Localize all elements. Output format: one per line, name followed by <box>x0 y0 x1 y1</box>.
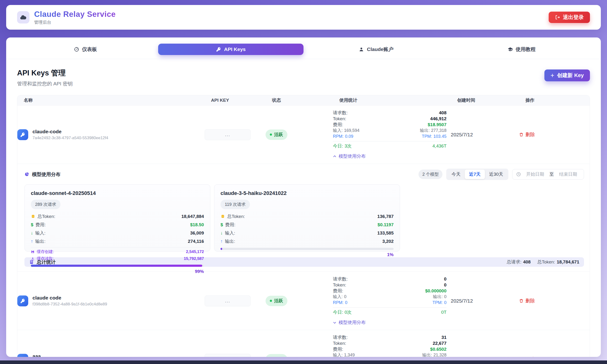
model-distribution-label: 模型使用分布 <box>339 153 366 159</box>
totals-requests-label: 总请求: <box>507 259 521 265</box>
end-date-input[interactable] <box>556 171 580 177</box>
stat-output: 输出:21,328 <box>422 352 446 357</box>
status-cell: 活跃 <box>266 130 333 140</box>
usage-progress-track <box>220 248 394 250</box>
stat-value: 408 <box>439 110 446 116</box>
stat-label: 输入: <box>333 294 343 300</box>
model-distribution-toggle[interactable]: 模型使用分布 <box>333 319 366 325</box>
status-badge: 活跃 <box>266 354 287 357</box>
logout-button[interactable]: 退出登录 <box>549 12 590 23</box>
stat-output: 输出:277,318 <box>420 128 446 133</box>
stat-in-out: 输入:169,594 输出:277,318 <box>333 128 446 133</box>
stat-requests: 请求数:31 <box>333 334 446 340</box>
stat-value: 0次 <box>345 309 352 315</box>
stat-value: 0 <box>344 294 346 300</box>
key-id: 7a4e2492-3c38-4797-a540-553980ee12f4 <box>32 136 108 140</box>
page-title: API Keys 管理 <box>17 68 73 78</box>
cache-create-row: 缓存创建: 2,545,172 <box>31 249 204 254</box>
table-row: aaa 50dd6db8-4df0-4d8e-a12b-95afb6e6fbcc… <box>17 330 590 357</box>
stat-label: 今日: <box>333 143 343 149</box>
status-dot-icon <box>270 133 272 136</box>
trash-icon <box>519 132 524 137</box>
key-icon <box>20 132 25 137</box>
start-date-input[interactable] <box>523 171 547 177</box>
tab-api-keys[interactable]: API Keys <box>158 44 304 55</box>
delete-button[interactable]: 删除 <box>519 298 535 304</box>
model-distribution-label: 模型使用分布 <box>339 319 366 325</box>
api-keys-table: 名称 API KEY 状态 使用统计 创建时间 操作 claude-code <box>17 95 590 357</box>
masked-api-key[interactable]: ... <box>205 354 251 357</box>
totals-title-label: 总计统计 <box>37 259 56 265</box>
stat-value: 277,318 <box>431 128 446 133</box>
model-card-divider <box>31 247 204 247</box>
tab-claude-accounts[interactable]: Claude账户 <box>304 44 449 55</box>
app-header: Claude Relay Service 管理后台 退出登录 <box>6 5 601 30</box>
stat-tpm: TPM:103.45 <box>422 133 446 139</box>
trash-icon <box>519 299 524 303</box>
filter-today[interactable]: 今天 <box>447 169 465 179</box>
tab-dashboard[interactable]: 仪表板 <box>13 44 158 55</box>
stat-label: TPM: <box>432 300 443 306</box>
model-distribution-toggle[interactable]: 模型使用分布 <box>333 153 366 159</box>
stat-value: 3次 <box>345 143 352 149</box>
created-cell: 2025/7/12 <box>451 298 519 304</box>
created-cell: 2025/7/12 <box>451 132 519 138</box>
page: Claude Relay Service 管理后台 退出登录 仪表板 API K… <box>0 0 607 357</box>
apikey-cell: ... <box>205 296 266 306</box>
key-name-block: claude code f398d8b8-7352-4a88-9a1f-6b1e… <box>32 295 107 307</box>
key-name-block: aaa 50dd6db8-4df0-4d8e-a12b-95afb6e6fbcc <box>32 353 106 357</box>
key-icon <box>216 47 221 52</box>
stats-divider <box>333 307 446 308</box>
stat-requests: 请求数:408 <box>333 110 446 116</box>
status-label: 活跃 <box>274 356 283 357</box>
stat-in-out: 输入:1,349 输出:21,328 <box>333 352 446 357</box>
delete-button[interactable]: 删除 <box>519 356 535 357</box>
stat-rpm-tpm: RPM:0.09 TPM:103.45 <box>333 133 446 139</box>
col-header-name: 名称 <box>24 97 211 104</box>
stat-label: 输出: <box>422 352 432 357</box>
model-stat-value: 133,585 <box>377 231 394 236</box>
status-cell: 活跃 <box>266 296 333 306</box>
date-range-separator: 至 <box>549 171 554 177</box>
tab-tutorial[interactable]: 使用教程 <box>449 44 594 55</box>
key-name: claude code <box>32 295 107 301</box>
stat-label: RPM: <box>333 300 344 306</box>
stat-input: 输入:0 <box>333 294 346 300</box>
col-header-usage: 使用统计 <box>339 97 457 104</box>
usage-stats-cell: 请求数:0 Token:0 费用:$0.000000 输入:0 输出:0 RPM… <box>333 276 451 325</box>
totals-token-value: 18,784,671 <box>557 260 579 265</box>
create-key-label: 创建新 Key <box>557 72 584 79</box>
model-stat-label: $费用: <box>31 222 46 228</box>
key-name-cell: claude code f398d8b8-7352-4a88-9a1f-6b1e… <box>17 295 205 307</box>
stat-label: 请求数: <box>333 276 348 282</box>
stat-rpm-tpm: RPM:0 TPM:0 <box>333 300 446 306</box>
model-input-row: ↓输入: 133,585 <box>220 230 394 236</box>
delete-button[interactable]: 删除 <box>519 131 535 138</box>
totals-title: 总计统计 <box>29 259 56 265</box>
key-name: aaa <box>32 353 106 357</box>
filter-30days[interactable]: 近30天 <box>485 169 507 179</box>
actions-cell: 删除 <box>519 356 590 357</box>
stat-input: 输入:1,349 <box>333 352 355 357</box>
key-name-block: claude-code 7a4e2492-3c38-4797-a540-5539… <box>32 129 108 140</box>
table-row: claude code f398d8b8-7352-4a88-9a1f-6b1e… <box>17 272 590 330</box>
model-stat-label-text: 输入: <box>225 230 235 236</box>
col-header-actions: 操作 <box>525 97 590 104</box>
stat-label: 输出: <box>433 294 443 300</box>
tab-tutorial-label: 使用教程 <box>516 46 536 53</box>
status-label: 活跃 <box>274 132 283 138</box>
create-key-button[interactable]: + 创建新 Key <box>544 69 590 81</box>
model-stat-value: 36,009 <box>190 231 204 236</box>
usage-progress-fill <box>220 248 222 250</box>
stat-token: Token:22,677 <box>333 340 446 346</box>
floppy-disk-icon <box>31 250 35 254</box>
dollar-icon: $ <box>31 222 33 227</box>
stat-today: 今日:3次 4,436T <box>333 143 446 149</box>
model-name: claude-3-5-haiku-20241022 <box>220 190 394 196</box>
filter-7days[interactable]: 近7天 <box>465 169 485 179</box>
coins-icon <box>220 214 225 219</box>
masked-api-key[interactable]: ... <box>205 129 251 140</box>
table-header-row: 名称 API KEY 状态 使用统计 创建时间 操作 <box>17 95 590 105</box>
masked-api-key[interactable]: ... <box>205 296 251 306</box>
page-subtitle: 管理和监控您的 API 密钥 <box>17 80 73 87</box>
